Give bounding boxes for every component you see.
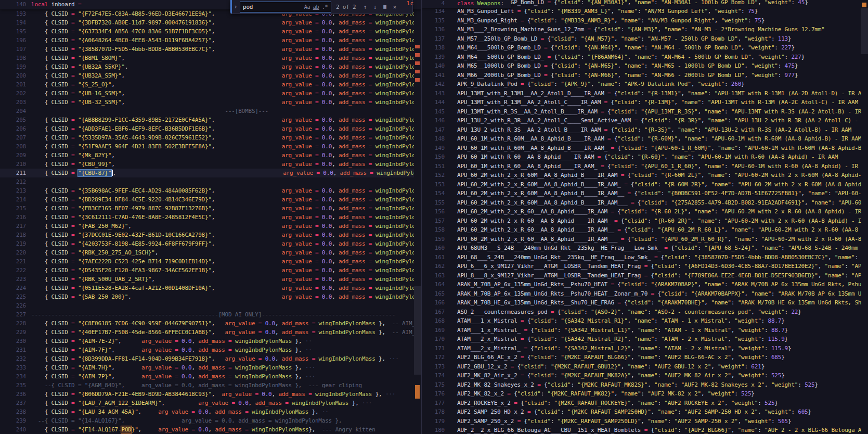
line-number[interactable]: 145 bbox=[422, 107, 451, 117]
line-number[interactable]: 209 bbox=[0, 151, 31, 160]
code-text[interactable]: { CLSID = "{FB3CE165-BF07-4979-887C-92B8… bbox=[31, 204, 414, 213]
line-number[interactable]: 166 bbox=[422, 298, 451, 308]
code-line[interactable]: 138AN_M64___500lb_GP_Bomb_LD = {"clsid":… bbox=[422, 43, 861, 53]
code-line[interactable]: 148APU_60_1M_with_R_60M__AA_8_Aphid_B___… bbox=[422, 134, 861, 144]
code-text[interactable]: { CLSID = "{RBK_500U_OAB_2_5RT}", arg_va… bbox=[31, 275, 414, 284]
line-number[interactable]: 216 bbox=[0, 213, 31, 222]
code-line[interactable]: 168ATAM___1_x_Mistral = {"clsid": "{SA34… bbox=[422, 316, 861, 326]
code-line[interactable]: 230 { CLSID = "{AIM-7E-2}", arg_value = … bbox=[0, 337, 414, 346]
code-line[interactable]: 157APU_60_2M_with_2_x_R_60__AA_8_Aphid__… bbox=[422, 216, 861, 226]
line-number[interactable]: 156 bbox=[422, 207, 451, 216]
code-line[interactable]: 178AUF2_SAMP_250_HD_x_2 = {"clsid": "{M2… bbox=[422, 407, 861, 417]
code-text[interactable]: AN_M64___500lb_GP_Bomb_LD = {"clsid": "{… bbox=[451, 43, 861, 53]
line-number[interactable]: 142 bbox=[422, 80, 451, 89]
code-text[interactable]: ARAK_M_70B_AP_6x_135mm_UnGd_Rkts__Pshu70… bbox=[451, 289, 861, 299]
line-number[interactable]: 219 bbox=[0, 239, 31, 248]
code-line[interactable]: 206 { CLSID = "{ADD3FAE1-EBF6-4EF9-8EFC-… bbox=[0, 124, 414, 133]
code-line[interactable]: 223 { CLSID = "{RBK_500U_OAB_2_5RT}", ar… bbox=[0, 275, 414, 284]
code-text[interactable]: { CLSID = "{UB-32_S5M}", arg_value = 0.0… bbox=[31, 98, 414, 107]
code-line[interactable]: 162APU_6___6_x_9M127_Vikhr___ATGM__LOSBR… bbox=[422, 262, 861, 271]
line-number[interactable]: 195 bbox=[0, 27, 31, 36]
line-number[interactable]: 162 bbox=[422, 262, 451, 271]
code-line[interactable]: 239 --{ CLSID = "{14-ALQ167}", arg_value… bbox=[0, 416, 414, 425]
code-text[interactable]: { CLSID = "{40EF17B7-F508-45de-8566-6FFE… bbox=[31, 328, 414, 337]
code-text[interactable]: APU_13U_2_with_R_3R__AA_2_Atoll_C____Sem… bbox=[451, 116, 861, 125]
scrollbar-slider[interactable] bbox=[861, 8, 868, 54]
line-number[interactable]: 165 bbox=[422, 289, 451, 299]
code-line[interactable]: 135AN_M3_Gunpod_Right = {"clsid": "{MB33… bbox=[422, 16, 861, 25]
code-line[interactable]: 198 { CLSID = "{B8M1_S8OM}", arg_value =… bbox=[0, 54, 414, 62]
code-text[interactable]: { CLSID = "{B06DD79A-F21E-4EB9-BD9D-AB38… bbox=[31, 390, 414, 399]
code-line[interactable]: 204 ---[BOMBS]--- bbox=[0, 107, 414, 116]
line-number[interactable]: 224 bbox=[0, 284, 31, 292]
code-line[interactable]: 235 --{ CLSID = "{AGM_84D}", arg_value =… bbox=[0, 381, 414, 390]
code-line[interactable]: 217 { CLSID = "{FAB_250_M62}", arg_value… bbox=[0, 222, 414, 231]
code-line[interactable]: 209 { CLSID = "{Mk_82Y}", arg_value = 0.… bbox=[0, 151, 414, 160]
find-input[interactable]: pod Aa ab .* bbox=[240, 2, 331, 12]
line-number[interactable]: 202 bbox=[0, 89, 31, 98]
line-number[interactable]: 175 bbox=[422, 380, 451, 390]
code-text[interactable]: APU_13MT_with_R_13M__AA_2_Atoll_C____IR_… bbox=[451, 98, 861, 107]
line-number[interactable]: 215 bbox=[0, 204, 31, 213]
code-line[interactable]: 211 { CLSID = "{CBU-87}", arg_value = 0.… bbox=[0, 169, 414, 177]
code-text[interactable]: { CLSID = "{35B698AC-9FEF-4EC4-AD29-484A… bbox=[31, 186, 414, 195]
code-line[interactable]: 175AUF2_MK_82_Snakeyes_x_2 = {"clsid": "… bbox=[422, 380, 861, 390]
line-number[interactable]: 137 bbox=[422, 34, 451, 44]
line-number[interactable]: 164 bbox=[422, 280, 451, 289]
code-line[interactable]: 236 { CLSID = "{B06DD79A-F21E-4EB9-BD9D-… bbox=[0, 390, 414, 399]
code-line[interactable]: 152APU_60_2M_with_2_x_R_60M__AA_8_Aphid_… bbox=[422, 171, 861, 180]
line-number[interactable]: 174 bbox=[422, 371, 451, 380]
code-line[interactable]: 146APU_13U_2_with_R_3R__AA_2_Atoll_C____… bbox=[422, 116, 861, 125]
code-text[interactable]: --{ CLSID = "{14-ALQ167}", arg_value = 0… bbox=[31, 416, 414, 425]
line-number[interactable]: 136 bbox=[422, 25, 451, 34]
code-line[interactable]: 202 { CLSID = "{UB-16_S5M}", arg_value =… bbox=[0, 89, 414, 98]
code-text[interactable]: AUF2_SAMP_250_x_2 = {"clsid": "{M2KC_RAF… bbox=[451, 417, 861, 426]
code-text[interactable]: { CLSID = "{AIM-7P}", arg_value = 0.0, a… bbox=[31, 372, 414, 381]
line-number[interactable]: 153 bbox=[422, 180, 451, 189]
toggle-replace-chevron-icon[interactable]: › bbox=[232, 3, 239, 10]
line-number[interactable]: 221 bbox=[0, 257, 31, 266]
code-text[interactable]: APU_60_1M_with_R_60__AA_8_Aphid____IR_AA… bbox=[451, 162, 861, 171]
code-line[interactable]: 137AN_M57__250lb_GP_Bomb_LD = {"clsid": … bbox=[422, 34, 861, 44]
line-number[interactable]: 194 bbox=[0, 18, 31, 27]
code-text[interactable]: AN_M57__250lb_GP_Bomb_LD = {"clsid": "{A… bbox=[451, 34, 861, 44]
code-line[interactable]: 177AUF2_ROCKEYE_x_2 = {"clsid": "{M2KC_R… bbox=[422, 399, 861, 408]
code-text[interactable]: APU_60_1M_with_R_60M__AA_8_Aphid_B____IR… bbox=[451, 134, 861, 144]
code-line[interactable]: 176AUF2_MK_82_x_2 = {"clsid": "{M2KC_RAF… bbox=[422, 389, 861, 399]
code-text[interactable]: { CLSID = "{51F9AAE5-964F-4D21-83FB-502E… bbox=[31, 142, 414, 151]
line-number[interactable]: 157 bbox=[422, 216, 451, 226]
close-icon[interactable]: ✕ bbox=[390, 4, 400, 10]
code-line[interactable]: 134AN_M3_Gunpod_Left = {"clsid": "{MB339… bbox=[422, 7, 861, 16]
code-line[interactable]: 166ARAK_M_70B_HE_6x_135mm_UnGd_Rkts__Shu… bbox=[422, 298, 861, 308]
line-number[interactable]: 199 bbox=[0, 62, 31, 71]
line-number[interactable]: 228 bbox=[0, 319, 31, 328]
line-number[interactable]: 134 bbox=[422, 7, 451, 16]
code-text[interactable]: { CLSID = "{7AEC222D-C523-425e-B714-719C… bbox=[31, 257, 414, 266]
code-text[interactable]: APU_60_1M_with_R_60__AA_8_Aphid____IR_AA… bbox=[451, 152, 861, 162]
line-number[interactable]: 140 bbox=[0, 0, 31, 9]
code-line[interactable]: 205 { CLSID = "{AB8B8299-F1CC-4359-89B5-… bbox=[0, 116, 414, 124]
code-line[interactable]: 216 { CLSID = "{3C612111-C7AD-476E-8A8E-… bbox=[0, 213, 414, 222]
line-number[interactable]: 210 bbox=[0, 160, 31, 169]
line-number[interactable]: 201 bbox=[0, 80, 31, 89]
code-text[interactable]: APU_60_2M_with_2_x_R_60M__AA_8_Aphid_B__… bbox=[451, 180, 861, 189]
line-number[interactable]: 178 bbox=[422, 407, 451, 417]
code-line[interactable]: 218 { CLSID = "{37DCC01E-9E02-432F-B61D-… bbox=[0, 231, 414, 239]
code-line[interactable]: 215 { CLSID = "{FB3CE165-BF07-4979-887C-… bbox=[0, 204, 414, 213]
code-line[interactable]: 169ATAM___1_x_Mistral_ = {"clsid": "{SA3… bbox=[422, 326, 861, 335]
line-number[interactable]: 147 bbox=[422, 125, 451, 135]
code-line[interactable]: 229 { CLSID = "{40EF17B7-F508-45de-8566-… bbox=[0, 328, 414, 337]
line-number[interactable]: 148 bbox=[422, 134, 451, 144]
line-number[interactable]: 207 bbox=[0, 133, 31, 142]
line-number[interactable]: 203 bbox=[0, 98, 31, 107]
line-number[interactable]: 237 bbox=[0, 399, 31, 407]
code-line[interactable]: 195 { CLSID = "{637334E4-AB5A-47C0-83A6-… bbox=[0, 27, 414, 36]
code-line[interactable]: 199 { CLSID = "{UB32A_S5KP}", arg_value … bbox=[0, 62, 414, 71]
code-text[interactable]: { CLSID = "{637334E4-AB5A-47C0-83A6-51B7… bbox=[31, 27, 414, 36]
overview-ruler-left[interactable] bbox=[414, 0, 421, 434]
line-number[interactable]: 144 bbox=[422, 98, 451, 107]
line-number[interactable]: 163 bbox=[422, 271, 451, 280]
code-text[interactable]: ATAM___1_x_Mistral = {"clsid": "{SA342_M… bbox=[451, 316, 861, 326]
code-text[interactable]: APU_13U_2_with_R_3S__AA_2_Atoll_B____IR_… bbox=[451, 125, 861, 135]
line-number[interactable]: 151 bbox=[422, 162, 451, 171]
